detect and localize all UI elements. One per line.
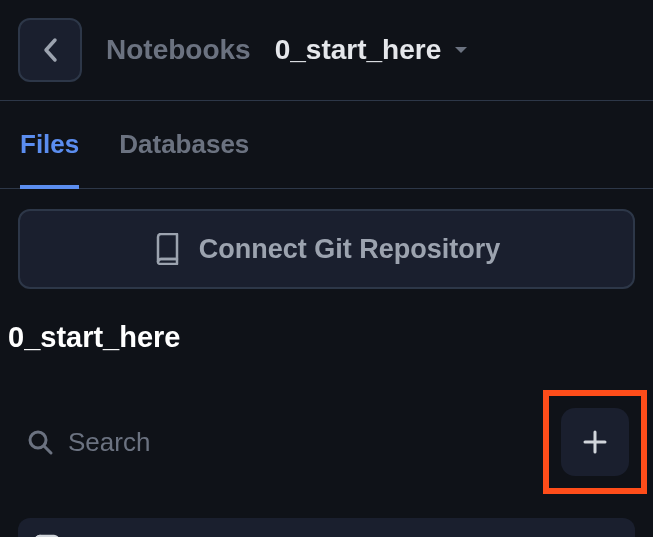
page-title: 0_start_here <box>8 321 635 354</box>
breadcrumb-root[interactable]: Notebooks <box>106 34 251 66</box>
tabs: Files Databases <box>0 101 653 189</box>
caret-down-icon <box>453 44 469 56</box>
connect-git-button[interactable]: Connect Git Repository <box>18 209 635 289</box>
content: Connect Git Repository 0_start_here note… <box>0 189 653 537</box>
plus-icon <box>580 427 610 457</box>
tab-databases[interactable]: Databases <box>119 101 249 188</box>
back-button[interactable] <box>18 18 82 82</box>
search-row <box>18 390 635 494</box>
chevron-left-icon <box>41 36 59 64</box>
file-row[interactable]: notebook_app.ipynb <box>18 518 635 537</box>
search-wrap <box>26 427 527 458</box>
repository-icon <box>153 233 181 265</box>
search-input[interactable] <box>68 427 527 458</box>
search-icon <box>26 428 54 456</box>
tab-files[interactable]: Files <box>20 101 79 188</box>
add-button[interactable] <box>561 408 629 476</box>
breadcrumb: Notebooks 0_start_here <box>106 34 469 66</box>
breadcrumb-current-label: 0_start_here <box>275 34 442 66</box>
add-button-highlight <box>543 390 647 494</box>
breadcrumb-current-dropdown[interactable]: 0_start_here <box>275 34 470 66</box>
svg-line-1 <box>44 446 51 453</box>
header: Notebooks 0_start_here <box>0 0 653 100</box>
connect-git-label: Connect Git Repository <box>199 234 501 265</box>
